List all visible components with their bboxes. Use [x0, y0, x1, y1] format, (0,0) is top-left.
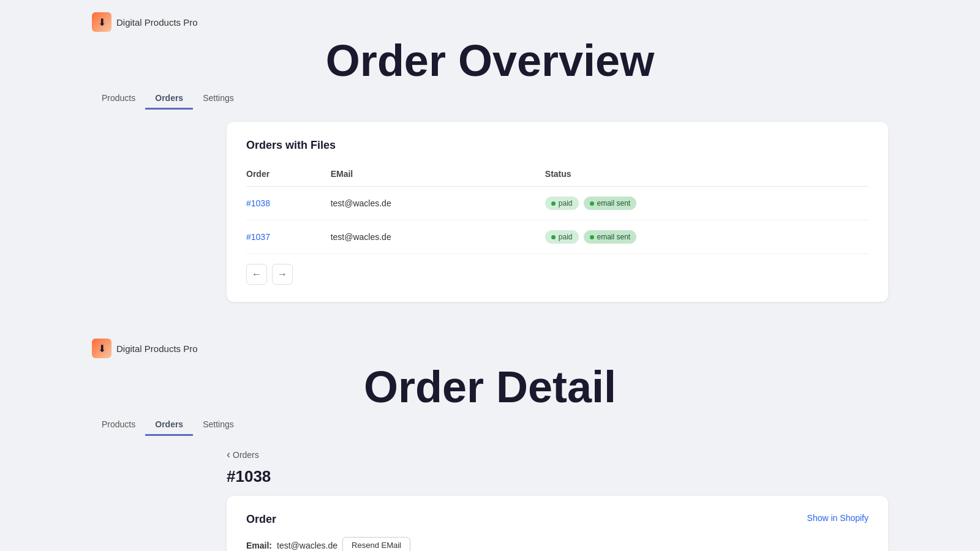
pagination-next[interactable]: →	[272, 264, 293, 285]
col-header-order: Order	[246, 164, 331, 187]
badge-email-sent-1037: email sent	[584, 230, 637, 244]
status-cell-1037: paid email sent	[545, 220, 869, 254]
tab-settings-1[interactable]: Settings	[193, 88, 244, 110]
detail-card-header: Order Show in Shopify	[246, 513, 869, 526]
orders-with-files-card: Orders with Files Order EMail Status #10…	[227, 122, 888, 302]
badge-paid-1037: paid	[545, 230, 579, 244]
order-link-1037[interactable]: #1037	[246, 232, 270, 242]
badge-dot-email-1038	[590, 201, 594, 206]
email-cell-1037: test@wacles.de	[331, 220, 545, 254]
orders-table: Order EMail Status #1038 test@wacles.de	[246, 164, 869, 254]
table-header-row: Order EMail Status	[246, 164, 869, 187]
page-title-row-1: Order Overview	[0, 37, 980, 86]
col-header-status: Status	[545, 164, 869, 187]
table-row: #1037 test@wacles.de paid	[246, 220, 869, 254]
status-cell-1038: paid email sent	[545, 187, 869, 220]
badge-paid-1038: paid	[545, 197, 579, 210]
detail-content-area: ‹ Orders #1038 Order Show in Shopify Ema…	[227, 448, 888, 551]
back-link-label: Orders	[233, 450, 259, 460]
order-link-1038[interactable]: #1038	[246, 198, 270, 208]
tab-products-2[interactable]: Products	[92, 414, 145, 436]
back-chevron-icon: ‹	[227, 448, 230, 461]
col-header-email: EMail	[331, 164, 545, 187]
nav-tabs-2: Products Orders Settings	[92, 414, 980, 436]
section-order-overview: ⬇ Digital Products Pro Order Overview Pr…	[0, 0, 980, 314]
app-icon-2: ⬇	[92, 339, 111, 358]
page-title-2: Order Detail	[364, 363, 616, 411]
email-value: test@wacles.de	[277, 541, 337, 550]
badge-dot-paid-1037	[551, 235, 556, 239]
order-id-cell-1037: #1037	[246, 220, 331, 254]
pagination-prev[interactable]: ←	[246, 264, 267, 285]
tab-settings-2[interactable]: Settings	[193, 414, 244, 436]
back-to-orders-link[interactable]: ‹ Orders	[227, 448, 259, 461]
detail-card-title: Order	[246, 513, 276, 526]
tab-orders-1[interactable]: Orders	[145, 88, 193, 110]
badge-dot-paid-1038	[551, 201, 556, 206]
show-in-shopify-link[interactable]: Show in Shopify	[807, 513, 869, 523]
app-bar-1: ⬇ Digital Products Pro	[92, 12, 198, 32]
order-detail-card: Order Show in Shopify Email: test@wacles…	[227, 496, 888, 551]
order-number-heading: #1038	[227, 467, 888, 486]
section-order-detail: ⬇ Digital Products Pro Order Detail Prod…	[0, 326, 980, 551]
app-name-1: Digital Products Pro	[116, 17, 198, 28]
email-field-label: Email:	[246, 541, 272, 550]
resend-email-button[interactable]: Resend EMail	[342, 537, 410, 551]
badge-dot-email-1037	[590, 235, 594, 239]
order-id-cell-1038: #1038	[246, 187, 331, 220]
email-cell-1038: test@wacles.de	[331, 187, 545, 220]
app-bar-2: ⬇ Digital Products Pro	[92, 339, 198, 358]
table-row: #1038 test@wacles.de paid	[246, 187, 869, 220]
orders-card-area: Orders with Files Order EMail Status #10…	[227, 122, 888, 302]
tab-orders-2[interactable]: Orders	[145, 414, 193, 436]
badges-1038: paid email sent	[545, 197, 869, 210]
orders-card-title: Orders with Files	[246, 139, 869, 152]
badge-email-sent-1038: email sent	[584, 197, 637, 210]
tab-products-1[interactable]: Products	[92, 88, 145, 110]
app-icon-1: ⬇	[92, 12, 111, 32]
page-title-1: Order Overview	[326, 37, 654, 85]
nav-tabs-1: Products Orders Settings	[92, 88, 980, 110]
pagination-1: ← →	[246, 264, 869, 285]
email-field-row: Email: test@wacles.de Resend EMail	[246, 537, 869, 551]
page-title-row-2: Order Detail	[0, 363, 980, 412]
app-name-2: Digital Products Pro	[116, 343, 198, 354]
badges-1037: paid email sent	[545, 230, 869, 244]
